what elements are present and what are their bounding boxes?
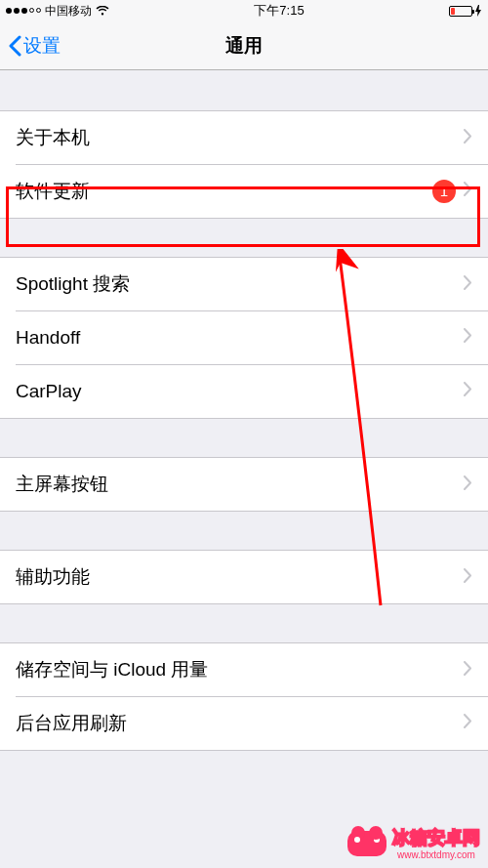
settings-group: 辅助功能 [0, 550, 488, 604]
chevron-right-icon [464, 129, 472, 147]
back-label: 设置 [23, 33, 61, 59]
cell-label: 软件更新 [16, 179, 432, 204]
cell-label: Spotlight 搜索 [16, 271, 464, 297]
cell-label: 主屏幕按钮 [16, 472, 464, 497]
chevron-right-icon [464, 568, 472, 587]
signal-strength-icon [6, 8, 41, 14]
chevron-right-icon [464, 182, 472, 200]
status-left: 中国移动 [6, 3, 109, 20]
notification-badge: 1 [432, 180, 456, 203]
settings-cell[interactable]: 关于本机 [0, 110, 488, 165]
watermark-url: www.btxtdmy.com [392, 849, 480, 860]
settings-list: 关于本机软件更新1Spotlight 搜索HandoffCarPlay主屏幕按钮… [0, 110, 488, 751]
cell-label: 储存空间与 iCloud 用量 [16, 657, 464, 682]
settings-group: 关于本机软件更新1 [0, 110, 488, 219]
chevron-right-icon [464, 661, 472, 680]
carrier-label: 中国移动 [45, 3, 92, 20]
settings-group: 储存空间与 iCloud 用量后台应用刷新 [0, 642, 488, 751]
chevron-right-icon [464, 328, 472, 347]
status-time: 下午7:15 [254, 2, 304, 20]
chevron-right-icon [464, 475, 472, 494]
settings-cell[interactable]: 储存空间与 iCloud 用量 [0, 642, 488, 697]
back-button[interactable]: 设置 [0, 33, 61, 59]
cell-label: Handoff [16, 327, 464, 349]
watermark-logo-icon [347, 831, 386, 856]
chevron-left-icon [8, 35, 21, 57]
settings-cell[interactable]: 软件更新1 [0, 164, 488, 219]
cell-label: 关于本机 [16, 125, 464, 150]
battery-icon [449, 6, 472, 17]
chevron-right-icon [464, 275, 472, 294]
settings-cell[interactable]: Handoff [0, 310, 488, 365]
watermark: 冰糖安卓网 www.btxtdmy.com [347, 826, 480, 860]
cell-label: 辅助功能 [16, 564, 464, 590]
cell-label: CarPlay [16, 381, 464, 402]
nav-bar: 设置 通用 [0, 21, 488, 70]
settings-cell[interactable]: 辅助功能 [0, 550, 488, 604]
chevron-right-icon [464, 714, 472, 732]
settings-cell[interactable]: Spotlight 搜索 [0, 257, 488, 311]
page-title: 通用 [0, 33, 488, 59]
settings-cell[interactable]: CarPlay [0, 364, 488, 419]
status-bar: 中国移动 下午7:15 [0, 0, 488, 21]
cell-label: 后台应用刷新 [16, 711, 464, 736]
charging-icon [474, 5, 482, 17]
settings-cell[interactable]: 主屏幕按钮 [0, 457, 488, 512]
settings-group: 主屏幕按钮 [0, 457, 488, 512]
settings-group: Spotlight 搜索HandoffCarPlay [0, 257, 488, 419]
watermark-text: 冰糖安卓网 [392, 826, 480, 849]
wifi-icon [96, 6, 109, 16]
settings-cell[interactable]: 后台应用刷新 [0, 696, 488, 751]
chevron-right-icon [464, 382, 472, 400]
status-right [449, 5, 482, 17]
